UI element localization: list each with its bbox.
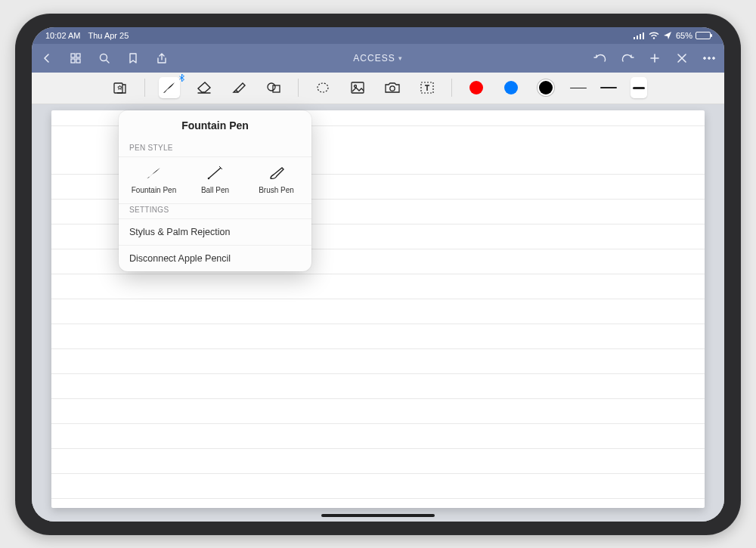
black-swatch-icon <box>539 81 553 94</box>
svg-point-10 <box>704 57 706 59</box>
canvas-area: Fountain Pen PEN STYLE Fountain Pen Ball… <box>32 104 724 522</box>
pen-option-brush[interactable]: Brush Pen <box>250 163 303 194</box>
document-title-text: ACCESS <box>353 53 395 63</box>
battery-indicator: 65% <box>676 31 711 40</box>
document-title[interactable]: ACCESS ▾ <box>353 53 402 63</box>
chevron-down-icon: ▾ <box>398 54 403 62</box>
svg-rect-3 <box>643 33 644 39</box>
svg-rect-1 <box>637 36 638 39</box>
image-tool[interactable] <box>347 77 368 98</box>
svg-point-11 <box>708 57 711 59</box>
svg-point-16 <box>318 83 328 92</box>
grid-view-button[interactable] <box>68 51 83 66</box>
svg-point-18 <box>354 85 356 88</box>
svg-rect-2 <box>640 34 641 39</box>
svg-rect-0 <box>634 37 635 39</box>
color-black[interactable] <box>535 77 556 98</box>
lasso-tool[interactable] <box>312 77 333 98</box>
svg-rect-15 <box>273 85 280 92</box>
svg-rect-8 <box>76 59 80 63</box>
pen-option-label: Ball Pen <box>189 186 242 194</box>
textbox-tool[interactable] <box>417 77 438 98</box>
thickness-thin[interactable] <box>570 77 587 98</box>
settings-item-stylus[interactable]: Stylus & Palm Rejection <box>119 219 311 246</box>
toolbar-separator <box>298 79 299 97</box>
svg-rect-5 <box>71 54 75 57</box>
toolbar-separator <box>144 79 145 97</box>
svg-rect-6 <box>76 54 80 57</box>
ipad-frame: 10:02 AM Thu Apr 25 65% <box>15 14 741 535</box>
pen-option-ball[interactable]: Ball Pen <box>189 163 242 194</box>
brush-pen-icon <box>250 163 303 183</box>
drawing-toolbar <box>32 73 724 104</box>
pen-style-section-label: PEN STYLE <box>119 142 311 157</box>
svg-rect-7 <box>71 59 75 63</box>
color-blue[interactable] <box>500 77 522 98</box>
thickness-thick[interactable] <box>631 77 647 98</box>
pen-popover: Fountain Pen PEN STYLE Fountain Pen Ball… <box>119 110 311 271</box>
wifi-icon <box>649 32 659 39</box>
svg-rect-17 <box>352 82 364 93</box>
highlighter-tool[interactable] <box>228 77 249 98</box>
status-time: 10:02 AM <box>45 31 80 40</box>
undo-button[interactable] <box>593 51 608 66</box>
share-button[interactable] <box>154 51 169 66</box>
pen-tool[interactable] <box>159 77 180 98</box>
pen-option-label: Brush Pen <box>250 186 303 194</box>
pen-style-row: Fountain Pen Ball Pen Brush Pen <box>119 157 311 204</box>
ball-pen-icon <box>189 163 242 183</box>
toolbar-separator <box>451 79 452 97</box>
red-swatch-icon <box>469 81 483 94</box>
status-bar: 10:02 AM Thu Apr 25 65% <box>32 27 724 44</box>
pen-option-fountain[interactable]: Fountain Pen <box>128 163 181 194</box>
svg-point-4 <box>653 37 655 39</box>
svg-point-9 <box>101 54 107 60</box>
cellular-signal-icon <box>634 32 644 39</box>
thick-line-icon <box>633 87 645 89</box>
color-red[interactable] <box>466 77 487 98</box>
location-arrow-icon <box>664 32 671 39</box>
app-navbar: ACCESS ▾ <box>32 44 724 73</box>
blue-swatch-icon <box>504 81 518 94</box>
svg-point-14 <box>268 83 275 91</box>
popover-title: Fountain Pen <box>119 110 311 142</box>
thickness-medium[interactable] <box>600 77 617 98</box>
svg-point-21 <box>208 178 209 178</box>
svg-point-19 <box>389 86 394 91</box>
bluetooth-badge-icon <box>179 74 184 82</box>
status-date: Thu Apr 25 <box>88 31 129 40</box>
close-edit-button[interactable] <box>674 51 689 66</box>
eraser-tool[interactable] <box>194 77 215 98</box>
battery-percent: 65% <box>676 31 692 40</box>
bookmark-button[interactable] <box>125 51 141 66</box>
settings-section-label: SETTINGS <box>119 204 311 219</box>
screen: 10:02 AM Thu Apr 25 65% <box>32 27 724 522</box>
back-button[interactable] <box>39 51 54 66</box>
more-button[interactable] <box>702 51 717 66</box>
pen-option-label: Fountain Pen <box>128 186 181 194</box>
favorites-tool[interactable] <box>110 77 131 98</box>
svg-point-12 <box>713 57 715 59</box>
add-button[interactable] <box>647 51 662 66</box>
settings-item-disconnect[interactable]: Disconnect Apple Pencil <box>119 246 311 271</box>
thin-line-icon <box>570 88 587 88</box>
home-indicator[interactable] <box>321 514 435 517</box>
fountain-pen-icon <box>128 163 181 183</box>
camera-tool[interactable] <box>382 77 403 98</box>
shapes-tool[interactable] <box>263 77 284 98</box>
battery-icon <box>696 32 711 39</box>
redo-button[interactable] <box>620 51 635 66</box>
search-button[interactable] <box>97 51 112 66</box>
medium-line-icon <box>600 87 617 88</box>
